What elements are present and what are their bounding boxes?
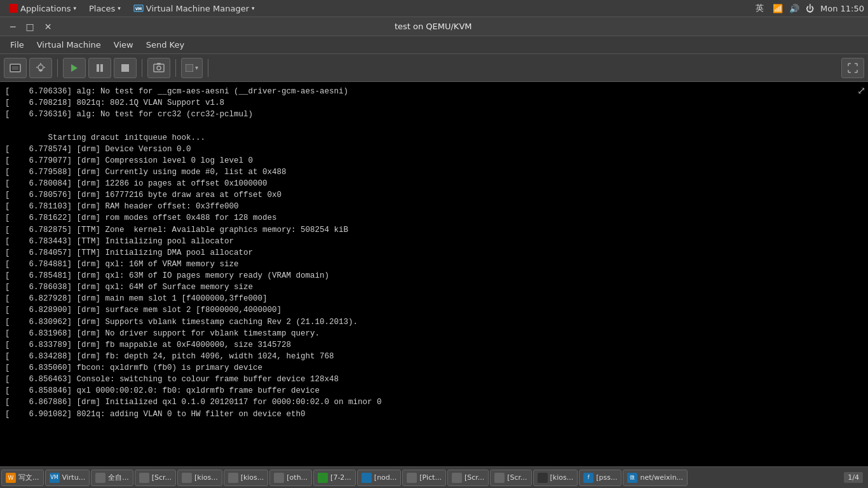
- taskbar-item-13[interactable]: [kios...: [533, 470, 578, 486]
- taskbar-item-virt[interactable]: VM Virtu...: [45, 470, 90, 486]
- item14-label: [pss...: [596, 473, 617, 482]
- svg-rect-14: [100, 64, 103, 72]
- taskbar-item-5[interactable]: [kios...: [177, 470, 222, 486]
- menu-file[interactable]: File: [4, 38, 31, 51]
- item8-label: [7-2...: [330, 473, 351, 482]
- writer-label: 写文...: [18, 473, 39, 482]
- snapshot-button[interactable]: [147, 58, 170, 78]
- item11-icon: [452, 473, 462, 483]
- applications-label: Applications: [20, 4, 71, 13]
- item6-label: [kios...: [241, 473, 264, 482]
- menu-send-key[interactable]: Send Key: [140, 38, 191, 51]
- play-button[interactable]: [63, 58, 86, 78]
- clock: Mon 11:50: [820, 4, 864, 13]
- taskbar-item-15[interactable]: 微 net/weixin...: [623, 470, 688, 486]
- toolbar-separator-4: [208, 59, 208, 77]
- item8-icon: [318, 473, 328, 483]
- item3-label: 全自...: [108, 473, 129, 482]
- minimize-button[interactable]: ─: [6, 22, 19, 32]
- item11-label: [Scr...: [465, 473, 484, 482]
- item10-label: [Pict...: [419, 473, 442, 482]
- menu-virtual-machine[interactable]: Virtual Machine: [31, 38, 107, 51]
- taskbar-right-area: 英 📶 🔊 ⏻ Mon 11:50: [753, 1, 864, 15]
- dropdown-arrow: ▾: [195, 64, 198, 71]
- console-output: [ 6.706336] alg: No test for __gcm-aes-a…: [0, 82, 868, 424]
- item15-icon: 微: [627, 473, 637, 483]
- writer-icon: W: [6, 473, 16, 483]
- taskbar-item-3[interactable]: 全自...: [91, 470, 133, 486]
- window-title: test on QEMU/KVM: [55, 22, 811, 31]
- svg-marker-12: [71, 64, 78, 72]
- maximize-button[interactable]: □: [22, 22, 37, 32]
- menu-view[interactable]: View: [107, 38, 140, 51]
- item13-icon: [538, 473, 548, 483]
- virt-taskbar-label: Virtu...: [62, 473, 86, 482]
- taskbar-item-4[interactable]: [Scr...: [135, 470, 176, 486]
- virt-manager-arrow: ▾: [252, 5, 255, 11]
- taskbar-item-14[interactable]: f [pss...: [579, 470, 621, 486]
- item5-icon: [182, 473, 192, 483]
- expand-icon[interactable]: ⤢: [857, 85, 865, 97]
- item6-icon: [228, 473, 238, 483]
- svg-rect-13: [97, 64, 99, 72]
- item15-label: net/weixin...: [640, 473, 683, 482]
- window-titlebar: ─ □ ✕ test on QEMU/KVM: [0, 17, 868, 36]
- applications-menu[interactable]: Applications ▾: [4, 3, 81, 15]
- close-button[interactable]: ✕: [41, 22, 56, 32]
- virt-manager-label: Virtual Machine Manager: [146, 4, 249, 13]
- applications-arrow: ▾: [73, 5, 76, 11]
- svg-rect-16: [154, 64, 164, 72]
- item4-icon: [139, 473, 149, 483]
- item13-label: [kios...: [550, 473, 574, 482]
- svg-text:VM: VM: [135, 6, 142, 11]
- virt-manager-window: ─ □ ✕ test on QEMU/KVM File Virtual Mach…: [0, 17, 868, 488]
- svg-rect-5: [12, 66, 18, 70]
- toolbar-separator-2: [142, 59, 142, 77]
- taskbar-item-writer[interactable]: W 写文...: [1, 470, 44, 486]
- svg-rect-11: [39, 70, 43, 71]
- taskbar-item-11[interactable]: [Scr...: [447, 470, 489, 486]
- svg-rect-20: [186, 65, 193, 71]
- screenshot-button[interactable]: [4, 58, 27, 78]
- bottom-taskbar: W 写文... VM Virtu... 全自... [Scr... [kios.…: [0, 466, 868, 488]
- stop-button[interactable]: [114, 58, 137, 78]
- item9-icon: [362, 473, 372, 483]
- language-indicator[interactable]: 英: [753, 1, 766, 15]
- item12-label: [Scr...: [507, 473, 527, 482]
- taskbar-item-8[interactable]: [7-2...: [313, 470, 356, 486]
- toolbar-separator-3: [175, 59, 176, 77]
- pause-button[interactable]: [88, 58, 111, 78]
- places-label: Places: [89, 4, 115, 13]
- virt-taskbar-icon: VM: [50, 473, 60, 483]
- taskbar-item-10[interactable]: [Pict...: [402, 470, 446, 486]
- virt-icon: VM: [133, 3, 144, 13]
- page-indicator: 1/4: [844, 472, 863, 483]
- view-dropdown[interactable]: ▾: [181, 58, 203, 78]
- taskbar-item-6[interactable]: [kios...: [224, 470, 269, 486]
- virt-manager-menu[interactable]: VM Virtual Machine Manager ▾: [128, 2, 260, 15]
- toolbar: ▾: [0, 54, 868, 82]
- taskbar-item-7[interactable]: [oth...: [269, 470, 312, 486]
- item10-icon: [407, 473, 417, 483]
- svg-point-17: [157, 66, 161, 70]
- network-icon: 📶: [773, 4, 783, 13]
- places-menu[interactable]: Places ▾: [84, 3, 126, 15]
- fullscreen-button[interactable]: [841, 58, 864, 78]
- toolbar-separator-1: [57, 59, 58, 77]
- light-button[interactable]: [29, 58, 52, 78]
- item14-icon: f: [583, 473, 593, 483]
- page-indicator-area: 1/4: [840, 472, 867, 483]
- item4-label: [Scr...: [152, 473, 172, 482]
- places-arrow: ▾: [118, 5, 121, 11]
- item3-icon: [95, 473, 105, 483]
- item5-label: [kios...: [194, 473, 218, 482]
- console-area[interactable]: [ 6.706336] alg: No test for __gcm-aes-a…: [0, 82, 868, 488]
- taskbar-item-12[interactable]: [Scr...: [490, 470, 531, 486]
- svg-point-6: [38, 65, 43, 70]
- item9-label: [nod...: [374, 473, 397, 482]
- svg-rect-18: [157, 63, 161, 65]
- volume-icon: 🔊: [789, 4, 799, 13]
- taskbar-item-9[interactable]: [nod...: [357, 470, 401, 486]
- apps-icon: [9, 4, 18, 13]
- power-icon: ⏻: [806, 4, 814, 13]
